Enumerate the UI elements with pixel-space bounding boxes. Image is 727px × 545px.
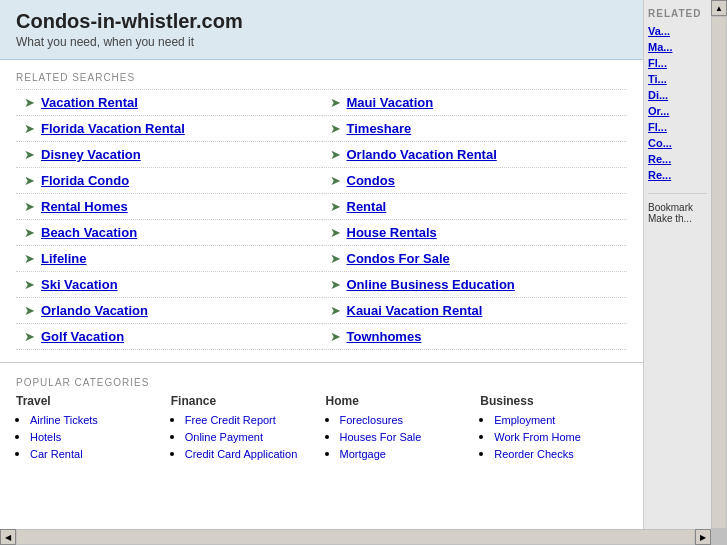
link-free-credit-report[interactable]: Free Credit Report xyxy=(185,414,276,426)
related-searches-section: RELATED SEARCHES ➤ Vacation Rental ➤ Mau… xyxy=(0,60,643,354)
scroll-track-vertical[interactable] xyxy=(712,17,726,528)
categories-grid: Travel Airline Tickets Hotels Car Rental… xyxy=(16,394,627,463)
link-ski-vacation[interactable]: Ski Vacation xyxy=(41,277,118,292)
list-item: ➤ Condos xyxy=(322,168,628,194)
list-item: ➤ Florida Vacation Rental xyxy=(16,116,322,142)
related-searches-label: RELATED SEARCHES xyxy=(16,72,627,83)
link-golf-vacation[interactable]: Golf Vacation xyxy=(41,329,124,344)
arrow-icon: ➤ xyxy=(24,225,35,240)
list-item: ➤ Beach Vacation xyxy=(16,220,322,246)
link-florida-vacation-rental[interactable]: Florida Vacation Rental xyxy=(41,121,185,136)
link-timeshare[interactable]: Timeshare xyxy=(347,121,412,136)
link-airline-tickets[interactable]: Airline Tickets xyxy=(30,414,98,426)
list-item: ➤ Townhomes xyxy=(322,324,628,350)
scroll-left-button[interactable]: ◀ xyxy=(0,529,16,545)
scroll-track-horizontal[interactable] xyxy=(17,530,694,544)
category-home-title: Home xyxy=(326,394,473,408)
link-beach-vacation[interactable]: Beach Vacation xyxy=(41,225,137,240)
link-foreclosures[interactable]: Foreclosures xyxy=(340,414,404,426)
link-rental[interactable]: Rental xyxy=(347,199,387,214)
link-rental-homes[interactable]: Rental Homes xyxy=(41,199,128,214)
link-mortgage[interactable]: Mortgage xyxy=(340,448,386,460)
right-link-9[interactable]: Re... xyxy=(648,153,707,165)
list-item: ➤ Ski Vacation xyxy=(16,272,322,298)
popular-categories-section: POPULAR CATEGORIES Travel Airline Ticket… xyxy=(0,362,643,467)
list-item: ➤ Golf Vacation xyxy=(16,324,322,350)
link-orlando-vacation-rental[interactable]: Orlando Vacation Rental xyxy=(347,147,497,162)
category-finance-title: Finance xyxy=(171,394,318,408)
link-hotels[interactable]: Hotels xyxy=(30,431,61,443)
header: Condos-in-whistler.com What you need, wh… xyxy=(0,0,643,60)
popular-categories-label: POPULAR CATEGORIES xyxy=(16,377,627,388)
link-kauai-vacation-rental[interactable]: Kauai Vacation Rental xyxy=(347,303,483,318)
category-travel-title: Travel xyxy=(16,394,163,408)
link-maui-vacation[interactable]: Maui Vacation xyxy=(347,95,434,110)
link-townhomes[interactable]: Townhomes xyxy=(347,329,422,344)
right-link-6[interactable]: Or... xyxy=(648,105,707,117)
list-item: Online Payment xyxy=(185,429,318,444)
right-link-10[interactable]: Re... xyxy=(648,169,707,181)
arrow-icon: ➤ xyxy=(24,147,35,162)
links-grid: ➤ Vacation Rental ➤ Maui Vacation ➤ Flor… xyxy=(16,89,627,350)
right-link-1[interactable]: Va... xyxy=(648,25,707,37)
scrollbar-horizontal[interactable]: ◀ ▶ xyxy=(0,529,711,545)
list-item: Airline Tickets xyxy=(30,412,163,427)
link-house-rentals[interactable]: House Rentals xyxy=(347,225,437,240)
link-houses-for-sale[interactable]: Houses For Sale xyxy=(340,431,422,443)
list-item: Car Rental xyxy=(30,446,163,461)
make-text: Make th... xyxy=(648,213,707,224)
link-reorder-checks[interactable]: Reorder Checks xyxy=(494,448,573,460)
list-item: Hotels xyxy=(30,429,163,444)
link-lifeline[interactable]: Lifeline xyxy=(41,251,87,266)
right-link-4[interactable]: Ti... xyxy=(648,73,707,85)
right-link-5[interactable]: Di... xyxy=(648,89,707,101)
scroll-right-button[interactable]: ▶ xyxy=(695,529,711,545)
list-item: ➤ Rental xyxy=(322,194,628,220)
arrow-icon: ➤ xyxy=(330,147,341,162)
link-orlando-vacation[interactable]: Orlando Vacation xyxy=(41,303,148,318)
link-disney-vacation[interactable]: Disney Vacation xyxy=(41,147,141,162)
list-item: ➤ Orlando Vacation xyxy=(16,298,322,324)
right-sidebar: RELATED Va... Ma... Fl... Ti... Di... Or… xyxy=(643,0,711,529)
right-col-label: RELATED xyxy=(648,8,707,19)
arrow-icon: ➤ xyxy=(330,303,341,318)
arrow-icon: ➤ xyxy=(24,95,35,110)
right-link-3[interactable]: Fl... xyxy=(648,57,707,69)
list-item: ➤ House Rentals xyxy=(322,220,628,246)
category-travel: Travel Airline Tickets Hotels Car Rental xyxy=(16,394,163,463)
list-item: ➤ Florida Condo xyxy=(16,168,322,194)
right-link-2[interactable]: Ma... xyxy=(648,41,707,53)
right-link-7[interactable]: Fl... xyxy=(648,121,707,133)
list-item: ➤ Vacation Rental xyxy=(16,90,322,116)
link-employment[interactable]: Employment xyxy=(494,414,555,426)
link-condos[interactable]: Condos xyxy=(347,173,395,188)
link-car-rental[interactable]: Car Rental xyxy=(30,448,83,460)
list-item: ➤ Condos For Sale xyxy=(322,246,628,272)
link-florida-condo[interactable]: Florida Condo xyxy=(41,173,129,188)
scrollbar-vertical[interactable]: ▲ ▼ xyxy=(711,0,727,545)
scroll-up-button[interactable]: ▲ xyxy=(711,0,727,16)
link-online-payment[interactable]: Online Payment xyxy=(185,431,263,443)
arrow-icon: ➤ xyxy=(24,329,35,344)
link-credit-card-application[interactable]: Credit Card Application xyxy=(185,448,298,460)
site-title: Condos-in-whistler.com xyxy=(16,10,627,33)
list-item: ➤ Maui Vacation xyxy=(322,90,628,116)
list-item: Foreclosures xyxy=(340,412,473,427)
list-item: ➤ Kauai Vacation Rental xyxy=(322,298,628,324)
link-vacation-rental[interactable]: Vacation Rental xyxy=(41,95,138,110)
list-item: ➤ Timeshare xyxy=(322,116,628,142)
arrow-icon: ➤ xyxy=(330,277,341,292)
arrow-icon: ➤ xyxy=(330,329,341,344)
list-item: Employment xyxy=(494,412,627,427)
scrollbar-corner xyxy=(711,529,727,545)
right-link-8[interactable]: Co... xyxy=(648,137,707,149)
list-item: Work From Home xyxy=(494,429,627,444)
link-condos-for-sale[interactable]: Condos For Sale xyxy=(347,251,450,266)
list-item: Free Credit Report xyxy=(185,412,318,427)
link-work-from-home[interactable]: Work From Home xyxy=(494,431,581,443)
list-item: ➤ Disney Vacation xyxy=(16,142,322,168)
link-online-business-education[interactable]: Online Business Education xyxy=(347,277,515,292)
bookmark-area: Bookmark Make th... xyxy=(648,193,707,224)
site-subtitle: What you need, when you need it xyxy=(16,35,627,49)
list-item: ➤ Online Business Education xyxy=(322,272,628,298)
